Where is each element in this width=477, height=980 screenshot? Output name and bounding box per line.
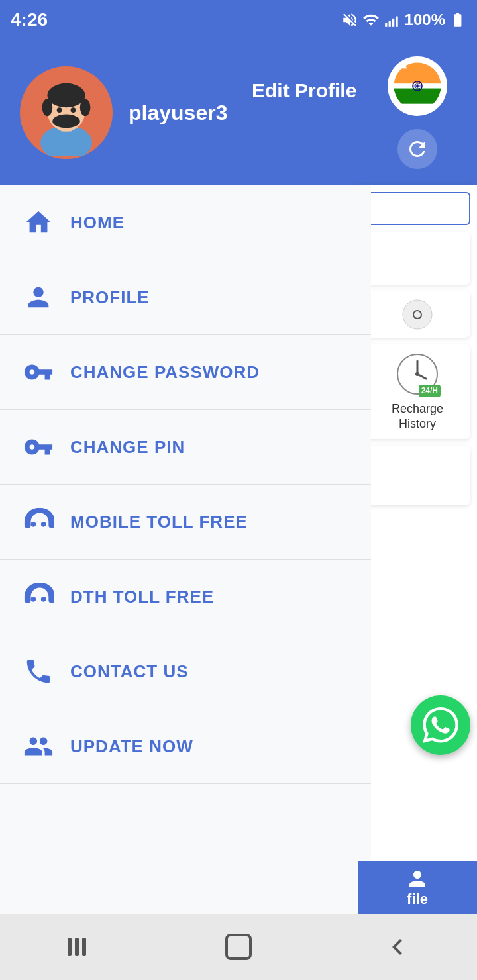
contact-us-label: CONTACT US <box>70 662 189 682</box>
recharge-history-card[interactable]: 24/H Recharge History <box>364 344 470 439</box>
svg-rect-42 <box>227 935 250 959</box>
svg-point-9 <box>42 99 53 116</box>
svg-rect-39 <box>68 938 72 956</box>
svg-point-29 <box>31 522 36 527</box>
pin-key-icon <box>20 428 57 466</box>
right-card-3 <box>364 446 470 505</box>
svg-point-38 <box>415 372 419 376</box>
svg-point-32 <box>41 597 46 602</box>
dth-headset-icon <box>20 578 57 615</box>
edit-profile-label[interactable]: Edit Profile <box>252 79 356 102</box>
svg-rect-2 <box>392 19 394 27</box>
update-group-icon <box>20 728 57 765</box>
sidebar-item-update-now[interactable]: UPDATE NOW <box>0 709 371 784</box>
svg-point-30 <box>41 522 46 527</box>
status-bar: 4:26 100% <box>0 0 477 40</box>
sidebar-item-dth-toll-free[interactable]: DTH TOLL FREE <box>0 560 371 634</box>
sidebar-item-change-password[interactable]: CHANGE PASSWORD <box>0 335 371 410</box>
sidebar-item-change-pin[interactable]: CHANGE PIN <box>0 410 371 485</box>
change-password-label: CHANGE PASSWORD <box>70 362 260 383</box>
sidebar-item-contact-us[interactable]: CONTACT US <box>0 634 371 709</box>
home-icon <box>20 204 57 241</box>
update-now-label: UPDATE NOW <box>70 736 193 757</box>
right-card-2 <box>364 291 470 338</box>
whatsapp-button[interactable] <box>411 695 470 755</box>
svg-point-8 <box>47 83 85 107</box>
svg-rect-41 <box>82 938 86 956</box>
profile-label: PROFILE <box>70 287 150 308</box>
svg-point-11 <box>52 115 80 128</box>
menu-container: HOME PROFILE CHANGE PASSWORD CHANGE PIN <box>0 185 371 914</box>
svg-rect-3 <box>396 17 398 27</box>
right-search-box <box>364 192 470 225</box>
svg-point-31 <box>31 597 36 602</box>
bottom-nav <box>0 914 477 980</box>
signal-icon <box>384 11 401 28</box>
mute-icon <box>341 11 358 28</box>
sidebar-item-mobile-toll-free[interactable]: MOBILE TOLL FREE <box>0 485 371 560</box>
sidebar-item-profile[interactable]: PROFILE <box>0 260 371 335</box>
home-label: HOME <box>70 213 125 233</box>
svg-point-33 <box>403 300 432 329</box>
username: playuser3 <box>129 101 227 125</box>
svg-point-12 <box>57 107 62 113</box>
nav-back-button[interactable] <box>382 931 413 963</box>
svg-rect-1 <box>388 21 390 27</box>
password-key-icon <box>20 354 57 391</box>
contact-phone-icon <box>20 653 57 690</box>
user-info: playuser3 <box>129 101 227 125</box>
change-pin-label: CHANGE PIN <box>70 437 185 458</box>
right-panel: 24/H Recharge History <box>358 185 477 914</box>
sidebar-item-home[interactable]: HOME <box>0 185 371 260</box>
refresh-button[interactable] <box>398 129 437 169</box>
header: playuser3 Edit Profile <box>0 40 477 185</box>
recharge-history-label: Recharge History <box>392 401 443 432</box>
mobile-toll-free-label: MOBILE TOLL FREE <box>70 512 248 532</box>
nav-menu-button[interactable] <box>64 931 95 963</box>
svg-rect-40 <box>75 938 79 956</box>
svg-point-13 <box>71 107 76 113</box>
status-icons: 100% <box>341 11 466 29</box>
bottom-tab-bar[interactable]: file <box>358 861 477 914</box>
nav-home-button[interactable] <box>223 931 254 963</box>
svg-point-10 <box>80 99 91 116</box>
right-card-1 <box>364 232 470 285</box>
wifi-icon <box>362 11 380 28</box>
svg-rect-0 <box>385 23 387 27</box>
mobile-headset-icon <box>20 503 57 540</box>
battery-level: 100% <box>405 11 445 29</box>
flag-icon[interactable] <box>388 56 447 116</box>
dth-toll-free-label: DTH TOLL FREE <box>70 587 214 607</box>
profile-icon <box>20 279 57 316</box>
battery-icon <box>449 11 466 28</box>
bottom-tab-label: file <box>407 891 428 908</box>
status-time: 4:26 <box>11 9 48 30</box>
avatar <box>20 66 113 159</box>
